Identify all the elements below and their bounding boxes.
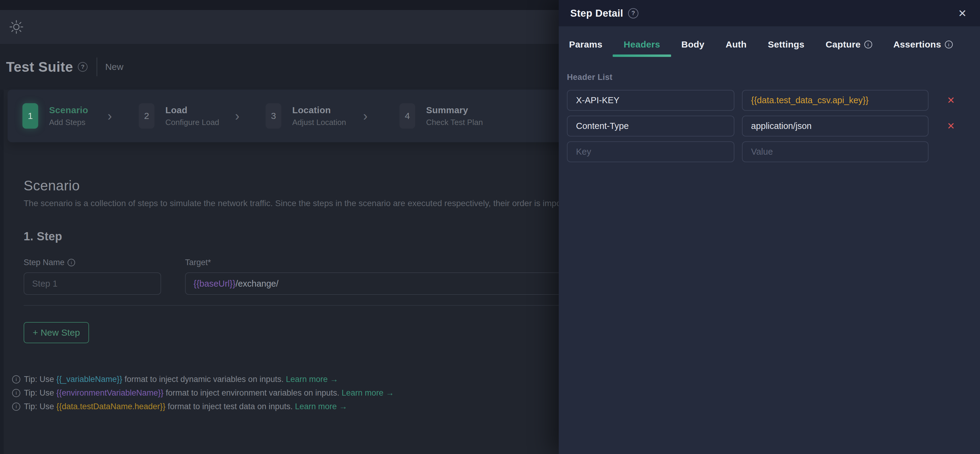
stepper-label: Location	[292, 105, 346, 115]
tab-info-icon: i	[864, 41, 872, 48]
header-value-input[interactable]: {{data.test_data_csv.api_key}}	[742, 90, 929, 111]
tip-rest: format to inject environment variables o…	[164, 388, 342, 397]
stepper-item-summary[interactable]: 4SummaryCheck Test Plan	[399, 90, 483, 142]
header-value-input[interactable]: application/json	[742, 116, 929, 137]
header-key-value: X-API-KEY	[576, 95, 619, 105]
learn-more-link[interactable]: Learn more →	[295, 402, 347, 411]
tip-rest: format to inject dynamic variables on in…	[123, 375, 286, 384]
stepper-sublabel: Check Test Plan	[426, 118, 483, 127]
tip-row: iTip: Use {{_variableName}} format to in…	[12, 375, 394, 384]
tab-info-icon: i	[945, 41, 953, 48]
stepper-texts: LoadConfigure Load	[165, 105, 219, 127]
header-value-value: application/json	[751, 121, 811, 131]
tab-label: Body	[681, 39, 705, 50]
header-value-input[interactable]: Value	[742, 141, 929, 162]
stepper-texts: ScenarioAdd Steps	[49, 105, 88, 127]
header-key-placeholder: Key	[576, 147, 591, 157]
header-value-placeholder: Value	[751, 147, 773, 157]
stepper-texts: LocationAdjust Location	[292, 105, 346, 127]
header-row: X-API-KEY{{data.test_data_csv.api_key}}✕	[567, 90, 980, 111]
stepper-chevron-icon: ›	[235, 90, 240, 142]
stepper-badge: 1	[22, 103, 38, 129]
learn-more-link[interactable]: Learn more →	[342, 388, 394, 397]
tab-body[interactable]: Body	[681, 39, 705, 50]
learn-more-link[interactable]: Learn more →	[286, 375, 338, 384]
tip-rest: format to inject test data on inputs.	[165, 402, 295, 411]
close-icon[interactable]: ✕	[958, 8, 967, 19]
tip-prefix: Tip: Use	[24, 375, 56, 384]
new-step-button[interactable]: + New Step	[24, 322, 89, 343]
step-name-label: Step Name i	[24, 258, 75, 267]
tab-label: Params	[569, 39, 602, 50]
drawer-title: Step Detail	[570, 8, 623, 19]
drawer-header: Step Detail ? ✕	[559, 0, 980, 26]
drawer-tab-bar: ParamsHeadersBodyAuthSettingsCaptureiAss…	[559, 26, 980, 63]
target-label-text: Target*	[185, 258, 211, 267]
stepper-label: Summary	[426, 105, 483, 115]
tab-settings[interactable]: Settings	[768, 39, 804, 50]
tab-auth[interactable]: Auth	[725, 39, 747, 50]
tab-label: Settings	[768, 39, 804, 50]
info-icon: i	[12, 403, 20, 411]
drawer-body: Header List X-API-KEY{{data.test_data_cs…	[559, 63, 980, 162]
tab-assertions[interactable]: Assertionsi	[893, 39, 953, 50]
theme-toggle-sun-icon[interactable]	[9, 20, 24, 34]
page-title: Test Suite	[6, 59, 73, 75]
stepper-chevron-icon: ›	[108, 90, 112, 142]
tip-prefix: Tip: Use	[24, 402, 56, 411]
tip-variable-token: {{_variableName}}	[56, 375, 123, 384]
stepper-item-location[interactable]: 3LocationAdjust Location	[266, 90, 346, 142]
tab-label: Auth	[725, 39, 747, 50]
stepper-label: Scenario	[49, 105, 88, 115]
tip-variable-token: {{data.testDataName.header}}	[56, 402, 165, 411]
tip-row: iTip: Use {{data.testDataName.header}} f…	[12, 402, 394, 411]
collapsed-sidebar-strip	[0, 90, 4, 454]
stepper-label: Load	[165, 105, 219, 115]
step-name-placeholder: Step 1	[32, 279, 57, 289]
tip-variable-token: {{environmentVariableName}}	[56, 388, 164, 397]
target-path-text: /exchange/	[235, 279, 278, 289]
header-row: KeyValue	[567, 141, 980, 162]
tab-params[interactable]: Params	[569, 39, 602, 50]
header-key-input[interactable]: Key	[567, 141, 734, 162]
header-rows: X-API-KEY{{data.test_data_csv.api_key}}✕…	[567, 90, 980, 162]
delete-row-icon[interactable]: ✕	[944, 94, 958, 107]
tab-label: Capture	[826, 39, 861, 50]
stepper-sublabel: Add Steps	[49, 118, 88, 127]
step-name-info-icon[interactable]: i	[68, 259, 75, 266]
header-key-input[interactable]: X-API-KEY	[567, 90, 734, 111]
step-1-heading: 1. Step	[24, 230, 62, 243]
header-key-value: Content-Type	[576, 121, 629, 131]
stepper-item-load[interactable]: 2LoadConfigure Load	[139, 90, 219, 142]
header-key-input[interactable]: Content-Type	[567, 116, 734, 137]
header-row: Content-Typeapplication/json✕	[567, 116, 980, 137]
stepper-sublabel: Adjust Location	[292, 118, 346, 127]
tab-label: Assertions	[893, 39, 941, 50]
tip-row: iTip: Use {{environmentVariableName}} fo…	[12, 388, 394, 398]
target-label: Target*	[185, 258, 211, 267]
step-detail-drawer: Step Detail ? ✕ ParamsHeadersBodyAuthSet…	[559, 0, 980, 454]
scenario-section-heading: Scenario	[24, 177, 80, 194]
breadcrumb-new: New	[105, 62, 123, 72]
header-list-label: Header List	[567, 73, 980, 82]
drawer-help-icon[interactable]: ?	[628, 8, 638, 19]
tip-text: Tip: Use {{data.testDataName.header}} fo…	[24, 402, 347, 411]
stepper-texts: SummaryCheck Test Plan	[426, 105, 483, 127]
tab-headers[interactable]: Headers	[624, 39, 660, 50]
header-value-value: {{data.test_data_csv.api_key}}	[751, 95, 869, 105]
delete-row-icon[interactable]: ✕	[944, 119, 958, 133]
tab-capture[interactable]: Capturei	[826, 39, 872, 50]
stepper-badge: 4	[399, 103, 415, 129]
info-icon: i	[12, 389, 20, 397]
stepper-badge: 3	[266, 103, 282, 129]
step-name-label-text: Step Name	[24, 258, 65, 267]
target-variable-token: {{baseUrl}}	[194, 279, 235, 289]
stepper-sublabel: Configure Load	[165, 118, 219, 127]
stepper-badge: 2	[139, 103, 154, 129]
tip-text: Tip: Use {{_variableName}} format to inj…	[24, 375, 338, 384]
title-help-icon[interactable]: ?	[78, 62, 88, 72]
step-name-input[interactable]: Step 1	[24, 272, 161, 295]
stepper-item-scenario[interactable]: 1ScenarioAdd Steps	[22, 90, 88, 142]
tip-prefix: Tip: Use	[24, 388, 56, 397]
stepper-chevron-icon: ›	[363, 90, 368, 142]
